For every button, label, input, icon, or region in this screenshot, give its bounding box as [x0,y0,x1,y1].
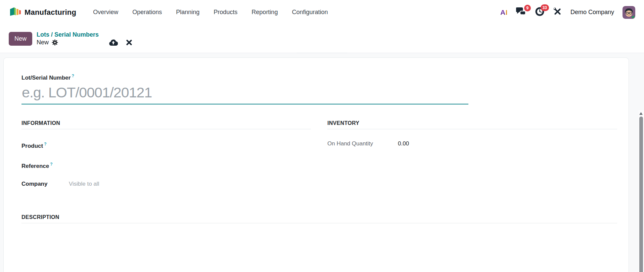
breadcrumb: Lots / Serial Numbers New [37,31,132,46]
vertical-scrollbar[interactable] [638,110,644,272]
inventory-title: INVENTORY [327,120,617,129]
form-view: Lot/Serial Number? INFORMATION Product? … [0,53,644,272]
scrollbar-thumb[interactable] [639,117,643,272]
help-icon[interactable]: ? [50,162,52,167]
breadcrumb-parent-link[interactable]: Lots / Serial Numbers [37,31,132,38]
manufacturing-app-icon [9,7,21,18]
messages-badge: 9 [524,5,531,11]
company-input[interactable]: Visible to all [69,181,311,188]
on-hand-quantity-label: On Hand Quantity [327,140,398,147]
on-hand-quantity-value: 0.00 [398,140,617,148]
product-input[interactable] [69,140,311,148]
description-editor[interactable] [21,223,617,254]
ai-assistant-button[interactable]: AI [500,8,508,16]
field-product: Product? [21,140,311,149]
top-navbar: Manufacturing Overview Operations Planni… [0,0,644,25]
description-title: DESCRIPTION [21,214,617,223]
menu-products[interactable]: Products [214,9,237,16]
lot-serial-number-label: Lot/Serial Number? [21,74,629,81]
help-icon[interactable]: ? [72,74,74,78]
field-company: Company Visible to all [21,181,311,188]
field-on-hand-quantity: On Hand Quantity 0.00 [327,140,617,148]
menu-operations[interactable]: Operations [132,9,162,16]
form-sheet: Lot/Serial Number? INFORMATION Product? … [3,57,629,272]
user-avatar[interactable] [623,6,635,19]
company-label: Company [21,181,69,187]
product-label: Product? [21,142,69,149]
activities-button[interactable]: 33 [535,7,545,18]
app-name: Manufacturing [25,8,76,17]
systray: AI 9 33 [500,6,635,19]
developer-tools-button[interactable] [553,7,562,17]
activities-badge: 33 [541,4,549,11]
app-menu-button[interactable]: Manufacturing [9,7,76,18]
control-panel: New Lots / Serial Numbers New [0,25,644,53]
reference-label: Reference? [21,162,69,170]
lot-serial-number-input[interactable] [21,84,468,104]
scroll-up-arrow-icon[interactable] [639,112,643,115]
menu-configuration[interactable]: Configuration [292,9,328,16]
menu-reporting[interactable]: Reporting [251,9,278,16]
description-group: DESCRIPTION [21,214,617,254]
menu-overview[interactable]: Overview [93,9,118,16]
new-record-button[interactable]: New [9,32,32,46]
gear-icon[interactable] [52,39,58,46]
breadcrumb-current: New [37,39,49,46]
help-icon[interactable]: ? [44,142,46,146]
company-switcher[interactable]: Demo Company [570,9,614,16]
inventory-group: INVENTORY On Hand Quantity 0.00 [327,120,617,188]
tools-icon [553,7,562,17]
menu-planning[interactable]: Planning [176,9,199,16]
information-title: INFORMATION [21,120,311,129]
unsaved-indicator [109,39,132,46]
reference-input[interactable] [69,161,311,168]
messages-button[interactable]: 9 [516,7,526,17]
field-reference: Reference? [21,161,311,170]
information-group: INFORMATION Product? Reference? Company … [21,120,311,188]
main-menu: Overview Operations Planning Products Re… [93,9,328,16]
discard-x-icon[interactable] [126,39,132,46]
save-cloud-icon[interactable] [109,39,118,46]
